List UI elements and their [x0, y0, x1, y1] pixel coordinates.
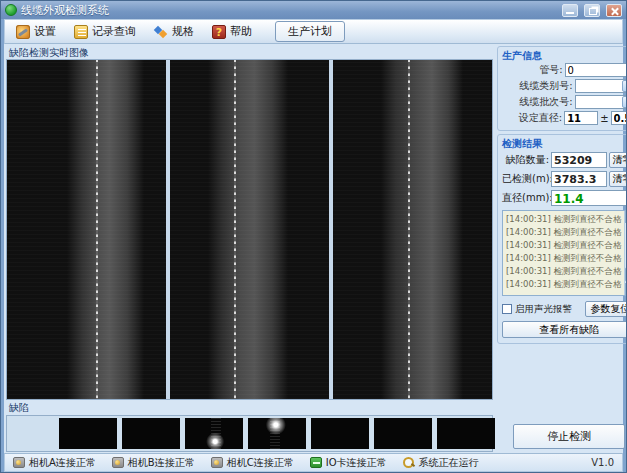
cable-image-a — [67, 60, 143, 399]
settings-icon — [16, 25, 30, 39]
close-button[interactable] — [606, 4, 622, 17]
status-item: IO卡连接正常 — [310, 456, 387, 470]
magnifier-icon — [403, 457, 415, 468]
cable-image-c — [381, 60, 464, 399]
specs-icon — [154, 25, 168, 39]
production-info-title: 生产信息 — [502, 49, 627, 61]
records-icon — [74, 25, 88, 39]
defect-thumbnail[interactable] — [122, 418, 180, 449]
defect-thumbnail[interactable] — [374, 418, 432, 449]
window-title: 线缆外观检测系统 — [21, 3, 556, 18]
toolbar-button-label: 帮助 — [230, 24, 252, 39]
minimize-button[interactable] — [562, 4, 578, 17]
defect-thumbnail[interactable] — [437, 418, 495, 449]
plus-minus-sign: ± — [600, 113, 608, 124]
status-item-label: 相机C连接正常 — [227, 456, 294, 470]
help-icon — [212, 25, 226, 39]
viewer-column: 缺陷检测实时图像 缺陷 — [6, 46, 493, 453]
version-label: V1.0 — [591, 457, 614, 468]
detection-result-group: 检测结果 缺陷数量: 53209 清零 已检测(m): 3783.3 清零 直径… — [497, 134, 627, 344]
live-camera-view — [6, 59, 493, 400]
status-bar: 相机A连接正常相机B连接正常相机C连接正常IO卡连接正常系统正在运行 V1.0 — [4, 453, 623, 472]
set-diameter-input[interactable] — [564, 111, 598, 125]
status-item: 相机C连接正常 — [211, 456, 294, 470]
defect-thumbnail[interactable] — [185, 418, 243, 449]
log-lines: [14:00:31] 检测到直径不合格[14:00:31] 检测到直径不合格[1… — [506, 213, 622, 291]
status-items: 相机A连接正常相机B连接正常相机C连接正常IO卡连接正常系统正在运行 — [13, 456, 479, 470]
view-all-defects-button[interactable]: 查看所有缺陷 — [502, 321, 627, 338]
app-window: 线缆外观检测系统 设置记录查询规格帮助 生产计划 缺陷检测实时图像 — [0, 0, 627, 473]
live-image-label: 缺陷检测实时图像 — [6, 46, 493, 59]
cable-batch-select[interactable] — [575, 95, 627, 109]
production-info-group: 生产信息 管号: 线缆类别号: 线缆批次号: — [497, 46, 627, 131]
diameter-value: 11.4 — [551, 190, 627, 206]
toolbar-button-records[interactable]: 记录查询 — [71, 23, 139, 40]
camera-panel-c[interactable] — [333, 60, 492, 399]
chevron-down-icon[interactable] — [622, 96, 627, 108]
cable-category-label: 线缆类别号: — [519, 79, 572, 93]
diameter-label: 直径(mm): — [502, 191, 549, 205]
camera-panel-b[interactable] — [170, 60, 329, 399]
toolbar: 设置记录查询规格帮助 生产计划 — [4, 19, 623, 44]
cable-category-select[interactable] — [575, 79, 627, 93]
status-item-label: 相机B连接正常 — [128, 456, 195, 470]
defect-thumbnail-strip — [6, 415, 493, 452]
camera-panel-a[interactable] — [7, 60, 166, 399]
toolbar-button-help[interactable]: 帮助 — [209, 23, 255, 40]
clear-defect-count-button[interactable]: 清零 — [609, 152, 627, 168]
status-item: 相机A连接正常 — [13, 456, 96, 470]
toolbar-buttons: 设置记录查询规格帮助 — [13, 23, 255, 40]
parameter-reset-button[interactable]: 参数复位 — [585, 301, 627, 317]
tube-number-label: 管号: — [539, 63, 562, 77]
clear-measured-length-button[interactable]: 清零 — [609, 171, 627, 187]
control-panel: 生产信息 管号: 线缆类别号: 线缆批次号: — [497, 46, 627, 453]
measured-length-label: 已检测(m): — [502, 172, 549, 186]
cable-edge-highlight-c — [408, 60, 410, 399]
toolbar-button-label: 记录查询 — [92, 24, 136, 39]
detection-result-title: 检测结果 — [502, 137, 627, 149]
toolbar-button-specs[interactable]: 规格 — [151, 23, 197, 40]
log-entry: [14:00:31] 检测到直径不合格 — [506, 278, 622, 291]
status-item-label: 相机A连接正常 — [29, 456, 96, 470]
camera-icon — [112, 457, 124, 468]
set-diameter-label: 设定直径: — [519, 111, 562, 125]
status-item: 相机B连接正常 — [112, 456, 195, 470]
defect-thumbnail[interactable] — [59, 418, 117, 449]
status-item-label: IO卡连接正常 — [326, 456, 387, 470]
cable-batch-label: 线缆批次号: — [519, 95, 572, 109]
status-item: 系统正在运行 — [403, 456, 479, 470]
cable-edge-highlight-b — [234, 60, 236, 399]
detection-log-list[interactable]: [14:00:31] 检测到直径不合格[14:00:31] 检测到直径不合格[1… — [502, 210, 627, 296]
log-scrollbar[interactable] — [624, 211, 627, 295]
toolbar-button-settings[interactable]: 设置 — [13, 23, 59, 40]
tolerance-input[interactable] — [611, 111, 627, 125]
log-entry: [14:00:31] 检测到直径不合格 — [506, 239, 622, 252]
log-entry: [14:00:31] 检测到直径不合格 — [506, 265, 622, 278]
chevron-down-icon[interactable] — [622, 80, 627, 92]
production-plan-button[interactable]: 生产计划 — [275, 21, 345, 42]
io-card-icon — [310, 457, 322, 468]
defect-thumbnail[interactable] — [248, 418, 306, 449]
defect-strip-label: 缺陷 — [6, 401, 493, 414]
app-logo-icon — [5, 4, 17, 16]
sound-light-alarm-checkbox[interactable] — [502, 304, 512, 314]
main-content: 缺陷检测实时图像 缺陷 生产信息 — [4, 44, 623, 453]
log-entry: [14:00:31] 检测到直径不合格 — [506, 252, 622, 265]
stop-detection-button[interactable]: 停止检测 — [513, 424, 625, 449]
toolbar-button-label: 设置 — [34, 24, 56, 39]
log-entry: [14:00:31] 检测到直径不合格 — [506, 226, 622, 239]
status-item-label: 系统正在运行 — [419, 456, 479, 470]
camera-icon — [13, 457, 25, 468]
measured-length-value: 3783.3 — [551, 171, 607, 187]
defect-thumbnail[interactable] — [311, 418, 369, 449]
cable-image-b — [208, 60, 288, 399]
camera-icon — [211, 457, 223, 468]
toolbar-button-label: 规格 — [172, 24, 194, 39]
restore-button[interactable] — [584, 4, 600, 17]
defect-count-value: 53209 — [551, 152, 607, 168]
cable-edge-highlight-a — [96, 60, 98, 399]
log-entry: [14:00:31] 检测到直径不合格 — [506, 213, 622, 226]
sound-light-alarm-label: 启用声光报警 — [515, 303, 572, 316]
tube-number-input[interactable] — [565, 63, 627, 77]
title-bar: 线缆外观检测系统 — [1, 1, 626, 19]
